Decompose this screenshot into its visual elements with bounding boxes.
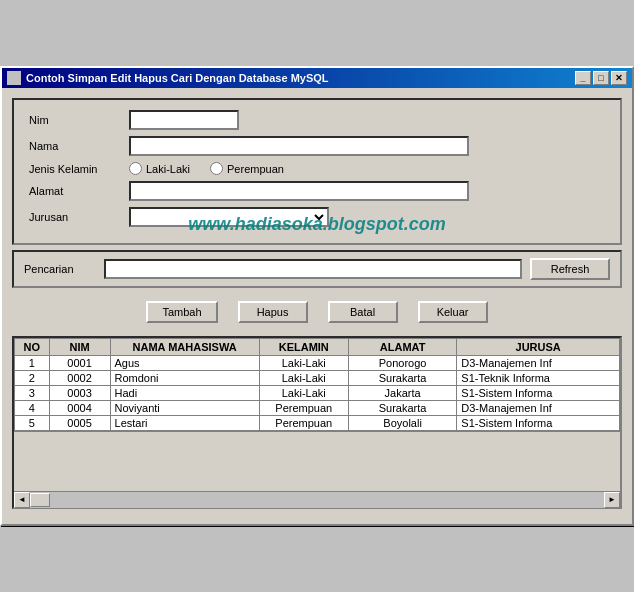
header-kelamin: KELAMIN <box>259 339 348 356</box>
cell-no: 4 <box>15 401 50 416</box>
scroll-track <box>30 492 604 508</box>
table-row[interactable]: 4 0004 Noviyanti Perempuan Surakarta D3-… <box>15 401 620 416</box>
header-no: NO <box>15 339 50 356</box>
header-alamat: ALAMAT <box>348 339 456 356</box>
table-header: NO NIM NAMA MAHASISWA KELAMIN ALAMAT JUR… <box>15 339 620 356</box>
search-label: Pencarian <box>24 263 104 275</box>
minimize-button[interactable]: _ <box>575 71 591 85</box>
form-section: Nim Nama Jenis Kelamin Laki-Laki Perempu… <box>12 98 622 245</box>
hapus-button[interactable]: Hapus <box>238 301 308 323</box>
cell-nama: Noviyanti <box>110 401 259 416</box>
table-footer <box>14 431 620 491</box>
cell-alamat: Surakarta <box>348 401 456 416</box>
cell-nim: 0005 <box>49 416 110 431</box>
cell-jurusan: D3-Manajemen Inf <box>457 401 620 416</box>
nim-input[interactable] <box>129 110 239 130</box>
cell-nim: 0004 <box>49 401 110 416</box>
nama-label: Nama <box>29 140 129 152</box>
cell-no: 3 <box>15 386 50 401</box>
table-row[interactable]: 1 0001 Agus Laki-Laki Ponorogo D3-Manaje… <box>15 356 620 371</box>
jenis-kelamin-label: Jenis Kelamin <box>29 163 129 175</box>
scroll-right-button[interactable]: ► <box>604 492 620 508</box>
cell-jurusan: S1-Teknik Informa <box>457 371 620 386</box>
alamat-label: Alamat <box>29 185 129 197</box>
radio-laki-label: Laki-Laki <box>146 163 190 175</box>
cell-alamat: Jakarta <box>348 386 456 401</box>
data-table: NO NIM NAMA MAHASISWA KELAMIN ALAMAT JUR… <box>14 338 620 431</box>
cell-nim: 0001 <box>49 356 110 371</box>
cell-jurusan: D3-Manajemen Inf <box>457 356 620 371</box>
cell-kelamin: Laki-Laki <box>259 356 348 371</box>
cell-no: 5 <box>15 416 50 431</box>
cell-nama: Romdoni <box>110 371 259 386</box>
window-title: Contoh Simpan Edit Hapus Cari Dengan Dat… <box>26 72 329 84</box>
search-input[interactable] <box>104 259 522 279</box>
cell-jurusan: S1-Sistem Informa <box>457 416 620 431</box>
title-controls: _ □ ✕ <box>575 71 627 85</box>
header-nim: NIM <box>49 339 110 356</box>
cell-nama: Lestari <box>110 416 259 431</box>
radio-laki-input[interactable] <box>129 162 142 175</box>
horizontal-scrollbar: ◄ ► <box>14 491 620 507</box>
jurusan-row: Jurusan D3-Manajemen Informatika S1-Sist… <box>29 207 605 227</box>
table-row[interactable]: 2 0002 Romdoni Laki-Laki Surakarta S1-Te… <box>15 371 620 386</box>
table-row[interactable]: 5 0005 Lestari Perempuan Boyolali S1-Sis… <box>15 416 620 431</box>
jurusan-label: Jurusan <box>29 211 129 223</box>
scroll-thumb[interactable] <box>30 493 50 507</box>
header-nama: NAMA MAHASISWA <box>110 339 259 356</box>
header-jurusan: JURUSA <box>457 339 620 356</box>
cell-alamat: Ponorogo <box>348 356 456 371</box>
cell-no: 2 <box>15 371 50 386</box>
search-section: Pencarian Refresh <box>12 250 622 288</box>
refresh-button[interactable]: Refresh <box>530 258 610 280</box>
cell-kelamin: Laki-Laki <box>259 371 348 386</box>
nim-label: Nim <box>29 114 129 126</box>
title-bar: Contoh Simpan Edit Hapus Cari Dengan Dat… <box>2 68 632 88</box>
cell-jurusan: S1-Sistem Informa <box>457 386 620 401</box>
cell-no: 1 <box>15 356 50 371</box>
cell-alamat: Surakarta <box>348 371 456 386</box>
cell-nama: Agus <box>110 356 259 371</box>
keluar-button[interactable]: Keluar <box>418 301 488 323</box>
batal-button[interactable]: Batal <box>328 301 398 323</box>
cell-nama: Hadi <box>110 386 259 401</box>
radio-perempuan-option[interactable]: Perempuan <box>210 162 284 175</box>
title-bar-left: Contoh Simpan Edit Hapus Cari Dengan Dat… <box>7 71 329 85</box>
app-icon <box>7 71 21 85</box>
cell-kelamin: Perempuan <box>259 401 348 416</box>
scroll-left-button[interactable]: ◄ <box>14 492 30 508</box>
close-button[interactable]: ✕ <box>611 71 627 85</box>
radio-perempuan-label: Perempuan <box>227 163 284 175</box>
table-body: 1 0001 Agus Laki-Laki Ponorogo D3-Manaje… <box>15 356 620 431</box>
cell-nim: 0002 <box>49 371 110 386</box>
nim-row: Nim <box>29 110 605 130</box>
radio-group: Laki-Laki Perempuan <box>129 162 284 175</box>
cell-kelamin: Perempuan <box>259 416 348 431</box>
maximize-button[interactable]: □ <box>593 71 609 85</box>
cell-alamat: Boyolali <box>348 416 456 431</box>
action-buttons: Tambah Hapus Batal Keluar <box>12 296 622 328</box>
alamat-row: Alamat <box>29 181 605 201</box>
cell-nim: 0003 <box>49 386 110 401</box>
table-row[interactable]: 3 0003 Hadi Laki-Laki Jakarta S1-Sistem … <box>15 386 620 401</box>
jurusan-select[interactable]: D3-Manajemen Informatika S1-Sistem Infor… <box>129 207 329 227</box>
radio-laki-option[interactable]: Laki-Laki <box>129 162 190 175</box>
radio-perempuan-input[interactable] <box>210 162 223 175</box>
main-window: Contoh Simpan Edit Hapus Cari Dengan Dat… <box>0 66 634 526</box>
tambah-button[interactable]: Tambah <box>146 301 217 323</box>
cell-kelamin: Laki-Laki <box>259 386 348 401</box>
nama-row: Nama <box>29 136 605 156</box>
table-section: NO NIM NAMA MAHASISWA KELAMIN ALAMAT JUR… <box>12 336 622 509</box>
alamat-input[interactable] <box>129 181 469 201</box>
window-body: Nim Nama Jenis Kelamin Laki-Laki Perempu… <box>2 88 632 524</box>
jenis-kelamin-row: Jenis Kelamin Laki-Laki Perempuan <box>29 162 605 175</box>
nama-input[interactable] <box>129 136 469 156</box>
